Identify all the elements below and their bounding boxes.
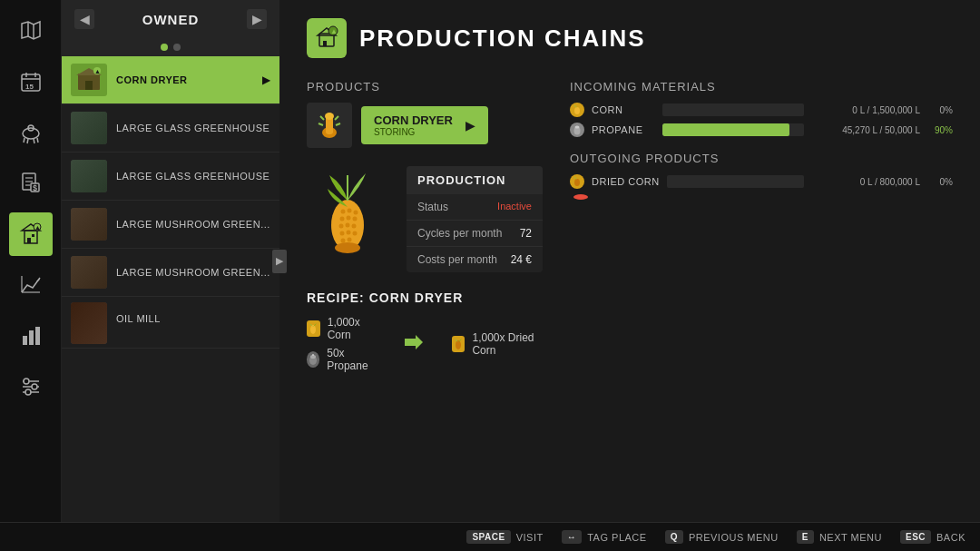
main-content: ▲ PRODUCTION CHAINS PRODUCTS (279, 0, 980, 522)
owned-item-name-greenhouse-1: LARGE GLASS GREENHOUSE (116, 123, 270, 133)
status-key: Status (417, 201, 448, 213)
recipe-propane-text: 50x Propane (327, 347, 376, 372)
tag-place-label: TAG PLACE (587, 532, 646, 543)
calendar-icon[interactable]: 15 (9, 60, 53, 103)
svg-point-67 (348, 238, 352, 242)
svg-line-50 (335, 116, 338, 120)
svg-line-51 (318, 123, 323, 125)
svg-rect-21 (27, 238, 31, 243)
svg-point-70 (310, 325, 316, 334)
q-key: Q (665, 530, 683, 544)
svg-line-11 (34, 139, 34, 143)
bottom-btn-tag[interactable]: ↔ TAG PLACE (562, 530, 647, 544)
svg-line-9 (24, 138, 24, 143)
visit-label: VISIT (516, 532, 544, 543)
svg-line-12 (37, 138, 38, 143)
production-status-row: Status Inactive (407, 194, 543, 221)
owned-item-thumb-mushroom-1 (71, 208, 107, 241)
svg-point-35 (25, 389, 31, 395)
svg-rect-22 (32, 234, 34, 237)
svg-rect-73 (312, 354, 314, 356)
production-costs-row: Costs per month 24 € (407, 247, 543, 272)
production-cycles-row: Cycles per month 72 (407, 221, 543, 247)
recipe-output-icon (452, 336, 465, 352)
recipe-corn-icon (307, 320, 320, 337)
content-grid: PRODUCTS (307, 80, 953, 372)
svg-point-62 (352, 224, 357, 229)
corn-pct: 0% (927, 105, 953, 115)
svg-text:▲: ▲ (330, 27, 338, 35)
propane-name: PROPANE (592, 124, 655, 135)
map-icon[interactable] (9, 9, 53, 53)
recipe-output-text: 1,000x Dried Corn (472, 331, 543, 357)
svg-text:15: 15 (25, 83, 34, 91)
owned-item-name-corn-dryer: CORN DRYER (116, 74, 253, 85)
propane-bar-wrap (662, 123, 804, 136)
e-key: E (797, 530, 814, 544)
contracts-icon[interactable]: $ (9, 162, 53, 205)
svg-point-63 (340, 231, 345, 236)
svg-point-61 (346, 223, 350, 228)
product-card-content: CORN DRYER STORING (374, 113, 453, 137)
svg-line-52 (336, 123, 340, 125)
recipe-output: 1,000x Dried Corn (452, 331, 543, 357)
owned-item-thumb-greenhouse-2 (71, 160, 107, 192)
owned-dot-1[interactable] (161, 44, 168, 51)
bar-chart-icon[interactable] (9, 314, 53, 358)
products-label: PRODUCTS (307, 80, 543, 93)
owned-dot-2[interactable] (173, 44, 181, 51)
production-table-header: PRODUCTION (407, 166, 543, 194)
sliders-icon[interactable] (9, 365, 53, 408)
svg-line-49 (320, 116, 324, 120)
recipe-section: RECIPE: CORN DRYER (307, 290, 543, 372)
incoming-label: INCOMING MATERIALS (570, 80, 953, 93)
product-card-corn-dryer[interactable]: CORN DRYER STORING ▶ (361, 106, 488, 144)
owned-prev-btn[interactable]: ◀ (74, 9, 94, 29)
material-row-dried-corn: DRIED CORN 0 L / 800,000 L 0% (570, 174, 953, 189)
bottom-btn-space[interactable]: SPACE VISIT (466, 530, 543, 544)
bottom-btn-next[interactable]: E NEXT MENU (797, 530, 882, 544)
svg-point-7 (23, 128, 39, 139)
products-area: CORN DRYER STORING ▶ (307, 103, 543, 148)
recipe-row: 1,000x Corn 50x Pro (307, 316, 543, 372)
svg-rect-29 (35, 327, 40, 345)
esc-key: ESC (900, 530, 931, 544)
corn-bar-wrap (662, 103, 804, 116)
sidebar-icons: 15 $ (0, 0, 62, 522)
right-column: INCOMING MATERIALS CORN (570, 80, 953, 372)
owned-item-greenhouse-2[interactable]: LARGE GLASS GREENHOUSE (62, 153, 279, 201)
propane-amount: 45,270 L / 50,000 L (811, 125, 920, 135)
corn-name: CORN (592, 104, 655, 115)
owned-item-name-mushroom-1: LARGE MUSHROOM GREEN... (116, 219, 270, 230)
product-thumb (307, 103, 352, 148)
space-key: SPACE (466, 530, 510, 544)
svg-text:$: $ (33, 183, 37, 192)
recipe-propane-icon (307, 351, 319, 368)
svg-rect-38 (85, 81, 93, 90)
owned-list: ▲ CORN DRYER ▶ LARGE GLASS GREENHOUSE (62, 56, 279, 519)
svg-point-78 (575, 126, 580, 129)
outgoing-products-section: OUTGOING PRODUCTS DRIED CORN 0 L / (570, 152, 953, 200)
recipe-title: RECIPE: CORN DRYER (307, 290, 543, 305)
svg-point-76 (574, 107, 580, 114)
bottom-btn-prev[interactable]: Q PREVIOUS MENU (665, 530, 779, 544)
svg-point-34 (32, 384, 37, 389)
buildings-icon[interactable]: ▲ (9, 212, 53, 256)
svg-point-54 (341, 210, 346, 214)
svg-point-57 (340, 217, 345, 221)
owned-item-mushroom-2[interactable]: LARGE MUSHROOM GREEN... (62, 249, 279, 297)
owned-item-name-mushroom-2: LARGE MUSHROOM GREEN... (116, 267, 270, 278)
growth-icon[interactable] (9, 263, 53, 307)
svg-line-10 (27, 139, 28, 143)
owned-item-corn-dryer[interactable]: ▲ CORN DRYER ▶ (62, 56, 279, 104)
owned-item-mushroom-1[interactable]: LARGE MUSHROOM GREEN... (62, 201, 279, 249)
bottom-btn-back[interactable]: ESC BACK (900, 530, 965, 544)
owned-next-btn[interactable]: ▶ (247, 9, 267, 29)
owned-item-greenhouse-1[interactable]: LARGE GLASS GREENHOUSE (62, 104, 279, 153)
owned-item-oil-mill[interactable]: OIL MILL (62, 297, 279, 349)
product-card-arrow: ▶ (466, 118, 475, 133)
cycles-key: Cycles per month (417, 227, 502, 240)
livestock-icon[interactable] (9, 111, 53, 154)
panel-toggle-arrow[interactable]: ▶ (272, 250, 287, 273)
svg-rect-27 (23, 336, 27, 345)
